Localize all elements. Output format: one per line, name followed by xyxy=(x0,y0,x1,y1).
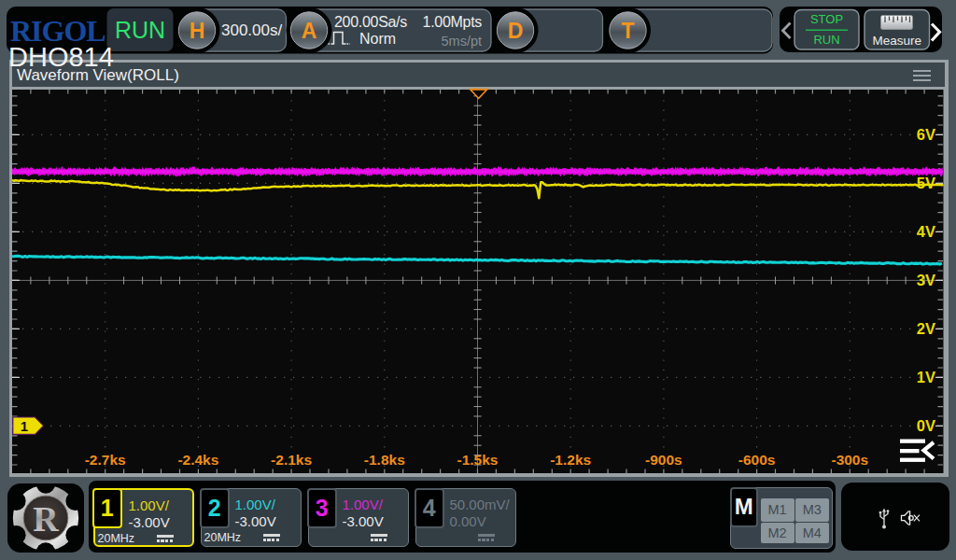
svg-text:1: 1 xyxy=(20,418,27,434)
svg-text:R: R xyxy=(33,499,59,539)
